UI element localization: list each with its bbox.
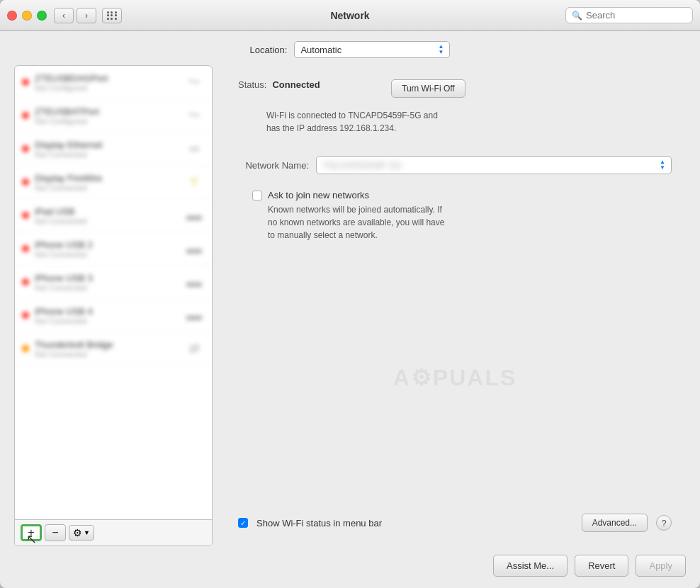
grid-button[interactable]: [102, 8, 122, 23]
status-dot: [22, 145, 29, 152]
search-input[interactable]: [586, 10, 687, 21]
item-status: Not Configured: [35, 84, 178, 92]
grid-icon: [107, 11, 118, 20]
item-name: iPhone USB 4: [35, 306, 178, 317]
nav-buttons: ‹ ›: [54, 8, 96, 23]
item-info: iPhone USB 4 Not Connected: [35, 306, 178, 325]
close-button[interactable]: [7, 11, 17, 21]
list-item[interactable]: ZTEUSBATPort Not Configured 〜: [15, 99, 212, 132]
firewire-icon: Y: [184, 171, 205, 193]
item-info: iPad USB Not Connected: [35, 206, 178, 225]
status-value: Connected: [272, 79, 320, 90]
assist-me-button[interactable]: Assist Me...: [493, 555, 568, 577]
add-network-button[interactable]: +: [21, 524, 42, 541]
show-wifi-label: Show Wi-Fi status in menu bar: [256, 518, 573, 528]
item-name: iPhone USB 2: [35, 239, 178, 250]
apply-button[interactable]: Apply: [636, 555, 686, 577]
turn-wifi-button[interactable]: Turn Wi-Fi Off: [391, 79, 465, 98]
item-info: iPhone USB 2 Not Connected: [35, 239, 178, 259]
location-label: Location:: [250, 45, 288, 55]
item-info: ZTEUSBDAGPort Not Configured: [35, 73, 178, 92]
location-value: Automatic: [300, 45, 341, 55]
status-dot: [22, 179, 29, 186]
status-dot: [22, 79, 29, 86]
list-item[interactable]: iPhone USB 2 Not Connected ▬: [15, 232, 212, 266]
item-name: Thunderbolt Bridge: [35, 339, 178, 350]
network-name-select[interactable]: TNCAPD5459F-5G ▲▼: [316, 156, 672, 174]
location-select[interactable]: Automatic ▲▼: [294, 41, 450, 58]
status-dot: [22, 245, 29, 252]
network-settings-button[interactable]: ⚙ ▼: [69, 525, 94, 541]
status-description: Wi-Fi is connected to TNCAPD5459F-5G and…: [224, 109, 686, 142]
item-info: iPhone USB 3 Not Connected: [35, 273, 178, 292]
status-left: Status: Connected: [238, 79, 380, 90]
network-name-value: TNCAPD5459F-5G: [322, 160, 660, 171]
watermark-text: A⚙PUALS: [393, 364, 517, 391]
maximize-button[interactable]: [37, 11, 47, 21]
status-section: Status: Connected Turn Wi-Fi Off: [224, 72, 686, 105]
show-wifi-row: ✓ Show Wi-Fi status in menu bar Advanced…: [224, 507, 686, 539]
item-status: Not Connected: [35, 183, 178, 192]
list-item[interactable]: Display FireWire Not Connected Y: [15, 166, 212, 199]
sidebar-toolbar: + Select the '+' button ↖ − ⚙ ▼: [15, 519, 212, 545]
status-dot: [22, 345, 29, 352]
traffic-lights: [7, 11, 47, 21]
wifi-icon: 〜: [184, 105, 205, 126]
item-status: Not Connected: [35, 283, 178, 292]
ask-join-row: Ask to join new networks: [224, 181, 686, 200]
item-status: Not Connected: [35, 150, 178, 159]
list-item[interactable]: Thunderbolt Bridge Not Connected ⇄: [15, 332, 212, 366]
revert-button[interactable]: Revert: [575, 555, 628, 577]
help-button[interactable]: ?: [656, 515, 672, 531]
search-box[interactable]: 🔍: [565, 7, 693, 23]
list-item[interactable]: ZTEUSBDAGPort Not Configured 〜: [15, 66, 212, 99]
sidebar-list: ZTEUSBDAGPort Not Configured 〜 ZTEUSBATP…: [15, 66, 212, 519]
list-item[interactable]: iPhone USB 4 Not Connected ▬: [15, 299, 212, 332]
remove-network-button[interactable]: −: [45, 524, 66, 541]
status-dot: [22, 212, 29, 219]
wifi-icon: 〜: [184, 72, 205, 93]
back-button[interactable]: ‹: [54, 8, 74, 23]
iphone-icon: ▬: [184, 305, 205, 326]
item-status: Not Connected: [35, 217, 178, 225]
gear-icon: ⚙: [73, 527, 82, 538]
network-name-label: Network Name:: [238, 160, 309, 171]
item-name: Display FireWire: [35, 173, 178, 183]
item-status: Not Connected: [35, 250, 178, 259]
advanced-button[interactable]: Advanced...: [582, 514, 648, 532]
item-status: Not Connected: [35, 317, 178, 325]
item-name: iPad USB: [35, 206, 178, 217]
titlebar: ‹ › Network 🔍: [0, 0, 700, 31]
network-name-row: Network Name: TNCAPD5459F-5G ▲▼: [224, 149, 686, 181]
ipad-icon: ▬: [184, 205, 205, 226]
sidebar: ZTEUSBDAGPort Not Configured 〜 ZTEUSBATP…: [14, 65, 213, 546]
item-info: ZTEUSBATPort Not Configured: [35, 106, 178, 125]
item-info: Display Ethernet Not Connected: [35, 140, 178, 159]
show-wifi-checkbox[interactable]: ✓: [238, 518, 248, 528]
list-item[interactable]: Display Ethernet Not Connected ⇔: [15, 132, 212, 166]
status-label: Status:: [238, 79, 266, 90]
item-status: Not Connected: [35, 350, 178, 358]
window-title: Network: [330, 10, 369, 21]
chevron-down-icon: ▼: [84, 529, 90, 536]
footer: Assist Me... Revert Apply: [0, 546, 700, 588]
minimize-button[interactable]: [22, 11, 32, 21]
forward-button[interactable]: ›: [77, 8, 96, 23]
list-item[interactable]: iPhone USB 3 Not Connected ▬: [15, 266, 212, 299]
item-name: ZTEUSBATPort: [35, 106, 178, 117]
ethernet-icon: ⇔: [184, 138, 205, 159]
ask-join-checkbox[interactable]: [252, 191, 262, 200]
status-dot: [22, 278, 29, 285]
item-status: Not Configured: [35, 117, 178, 125]
detail-panel: Status: Connected Turn Wi-Fi Off Wi-Fi i…: [224, 65, 686, 546]
list-item[interactable]: iPad USB Not Connected ▬: [15, 199, 212, 232]
watermark: A⚙PUALS: [224, 249, 686, 507]
ask-join-description: Known networks will be joined automatica…: [224, 200, 686, 249]
item-name: ZTEUSBDAGPort: [35, 73, 178, 84]
iphone-icon: ▬: [184, 238, 205, 259]
network-window: ‹ › Network 🔍 Location: Automatic ▲▼: [0, 0, 700, 588]
location-row: Location: Automatic ▲▼: [0, 31, 700, 65]
status-dot: [22, 112, 29, 119]
select-arrows-icon: ▲▼: [660, 159, 665, 171]
add-btn-wrapper: + Select the '+' button ↖: [21, 524, 42, 541]
